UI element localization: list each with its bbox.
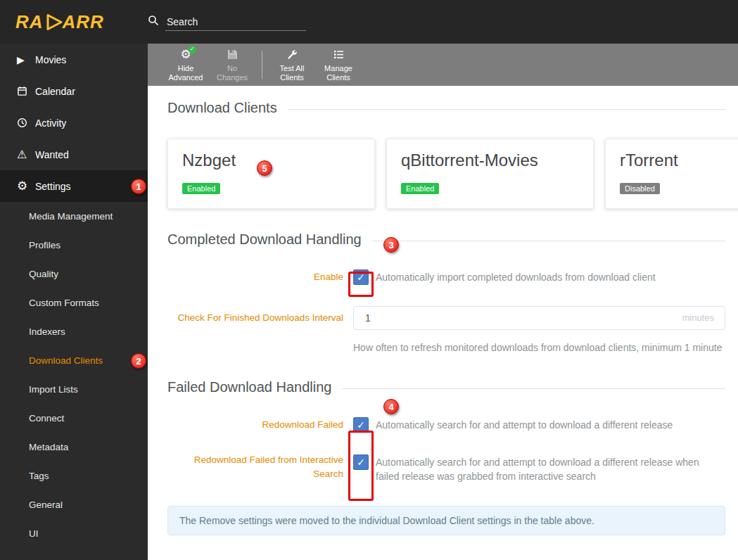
logo-text-left: RA xyxy=(15,11,44,33)
play-icon: ▶ xyxy=(17,54,35,65)
warning-triangle-icon: ⚠ xyxy=(17,148,35,161)
status-badge: Enabled xyxy=(401,183,439,194)
sub-item-label: Profiles xyxy=(29,240,61,250)
annotation-marker-5: 5 xyxy=(257,160,272,176)
sidebar-item-label: Calendar xyxy=(35,86,75,97)
sub-item-label: Import Lists xyxy=(29,384,78,395)
sub-item-label: General xyxy=(29,499,63,510)
sidebar: ▶ Movies Calendar Activity ⚠ Wanted ⚙ Se… xyxy=(0,44,148,560)
completed-section-heading: Completed Download Handling xyxy=(167,231,725,248)
annotation-marker-3: 3 xyxy=(383,237,399,253)
sidebar-item-quality[interactable]: Quality xyxy=(0,260,148,288)
client-card-nzbget[interactable]: Nzbget Enabled xyxy=(167,139,375,209)
section-rule xyxy=(342,388,725,389)
sidebar-item-label: Movies xyxy=(35,54,66,65)
sub-item-label: Media Management xyxy=(29,211,113,222)
toolbar-separator xyxy=(262,51,262,79)
sub-item-label: Metadata xyxy=(29,442,68,452)
sub-item-label: Tags xyxy=(29,471,49,481)
save-changes-button[interactable]: No Changes xyxy=(211,48,253,82)
sidebar-item-movies[interactable]: ▶ Movies xyxy=(0,44,148,75)
list-check-icon xyxy=(333,48,344,62)
check-icon: ✓ xyxy=(357,272,365,283)
sub-item-label: UI xyxy=(29,528,39,539)
redownload-row: Redownload Failed ✓ Automatically search… xyxy=(167,411,725,439)
page-title: Download Clients xyxy=(167,100,277,116)
section-title: Failed Download Handling xyxy=(167,379,331,395)
save-icon xyxy=(227,48,238,62)
enable-label: Enable xyxy=(167,270,343,284)
info-alert: The Remove settings were moved to the in… xyxy=(167,506,725,535)
radarr-app: RA ARR ▶ Movies Calendar xyxy=(0,0,738,560)
clock-icon xyxy=(17,117,35,128)
main-content: Download Clients Nzbget Enabled qBittorr… xyxy=(148,86,738,560)
redownload-interactive-row: Redownload Failed from Interactive Searc… xyxy=(167,449,725,483)
client-card-qbittorrent[interactable]: qBittorrent-Movies Enabled xyxy=(386,139,594,209)
sidebar-item-calendar[interactable]: Calendar xyxy=(0,75,148,107)
sidebar-item-general[interactable]: General xyxy=(0,490,148,519)
calendar-icon xyxy=(17,86,35,96)
section-rule xyxy=(372,241,725,241)
sidebar-item-label: Activity xyxy=(35,117,66,129)
global-search xyxy=(148,13,306,31)
check-icon: ✓ xyxy=(357,419,365,431)
sidebar-item-metadata[interactable]: Metadata xyxy=(0,433,148,462)
check-icon: ✓ xyxy=(357,457,365,468)
failed-section-heading: Failed Download Handling xyxy=(167,379,725,395)
sidebar-item-connect[interactable]: Connect xyxy=(0,404,148,433)
sidebar-item-ui[interactable]: UI xyxy=(0,519,148,548)
annotation-marker-1: 1 xyxy=(131,179,146,194)
status-badge: Disabled xyxy=(620,183,660,194)
client-card-rtorrent[interactable]: rTorrent Disabled xyxy=(605,139,738,209)
hide-advanced-button[interactable]: ⚙ ✓ Hide Advanced xyxy=(165,48,207,82)
sub-item-label: Download Clients xyxy=(29,355,103,366)
interval-input[interactable] xyxy=(353,306,725,330)
manage-clients-button[interactable]: Manage Clients xyxy=(317,48,360,82)
sidebar-item-tags[interactable]: Tags xyxy=(0,462,148,490)
search-icon xyxy=(148,15,159,29)
annotation-marker-2: 2 xyxy=(131,353,146,369)
redownload-help-text: Automatically search for and attempt to … xyxy=(376,418,673,432)
sidebar-item-import-lists[interactable]: Import Lists xyxy=(0,375,148,404)
interval-help-text: How often to refresh monitored downloads… xyxy=(353,341,725,355)
sidebar-item-download-clients[interactable]: Download Clients xyxy=(0,346,148,375)
radarr-logo[interactable]: RA ARR xyxy=(0,11,148,33)
sub-item-label: Quality xyxy=(29,269,58,279)
annotation-marker-4: 4 xyxy=(383,399,399,414)
play-triangle-icon xyxy=(44,13,63,32)
advanced-settings-icon: ⚙ ✓ xyxy=(180,48,191,62)
enable-row: Enable ✓ Automatically import completed … xyxy=(167,263,725,291)
sidebar-item-custom-formats[interactable]: Custom Formats xyxy=(0,288,148,317)
page-toolbar: ⚙ ✓ Hide Advanced No Changes Test All Cl… xyxy=(148,44,738,86)
test-all-clients-button[interactable]: Test All Clients xyxy=(271,48,313,82)
sidebar-item-settings[interactable]: ⚙ Settings xyxy=(0,170,148,202)
sub-item-label: Indexers xyxy=(29,326,65,337)
gears-icon: ⚙ xyxy=(17,179,35,193)
enable-help-text: Automatically import completed downloads… xyxy=(376,270,656,284)
sidebar-item-label: Wanted xyxy=(35,149,69,160)
redownload-interactive-label: Redownload Failed from Interactive Searc… xyxy=(167,449,343,481)
page-title-row: Download Clients xyxy=(167,100,725,116)
enabled-check-icon: ✓ xyxy=(189,46,196,53)
client-name: rTorrent xyxy=(620,151,738,170)
sidebar-item-profiles[interactable]: Profiles xyxy=(0,231,148,260)
title-rule xyxy=(288,109,725,110)
wrench-icon xyxy=(286,48,298,62)
sidebar-item-wanted[interactable]: ⚠ Wanted xyxy=(0,139,148,170)
top-bar: RA ARR xyxy=(0,0,738,44)
sidebar-item-activity[interactable]: Activity xyxy=(0,107,148,139)
redownload-checkbox[interactable]: ✓ xyxy=(353,417,369,433)
redownload-interactive-help-text: Automatically search for and attempt to … xyxy=(376,455,725,483)
search-input[interactable] xyxy=(165,13,306,31)
redownload-interactive-checkbox[interactable]: ✓ xyxy=(353,454,369,470)
sub-item-label: Custom Formats xyxy=(29,298,99,308)
sidebar-item-media-management[interactable]: Media Management xyxy=(0,202,148,231)
sidebar-item-label: Settings xyxy=(35,181,71,192)
sidebar-item-indexers[interactable]: Indexers xyxy=(0,317,148,346)
enable-checkbox[interactable]: ✓ xyxy=(353,269,369,285)
sub-item-label: Connect xyxy=(29,413,64,424)
client-name: qBittorrent-Movies xyxy=(401,151,579,170)
status-badge: Enabled xyxy=(182,183,220,194)
interval-row: Check For Finished Downloads Interval mi… xyxy=(167,304,725,332)
interval-unit: minutes xyxy=(682,312,714,323)
